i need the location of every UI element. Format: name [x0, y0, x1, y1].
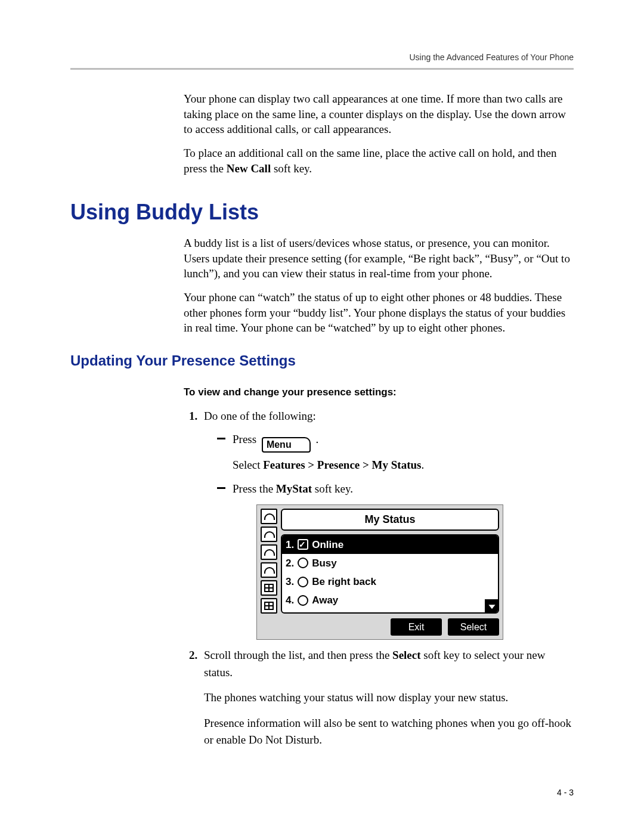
header-rule [70, 68, 574, 70]
status-num: 4. [286, 592, 294, 608]
step1b-bold: MyStat [276, 482, 312, 495]
phone-screen-illustration: My Status 1. Online 2. [256, 504, 503, 640]
status-list: 1. Online 2. Busy [281, 534, 499, 614]
step1a-pre: Press [233, 433, 259, 445]
status-item-online: 1. Online [282, 535, 498, 554]
intro-p2-post: soft key. [271, 162, 312, 175]
radio-icon [298, 595, 308, 606]
status-num: 3. [286, 574, 294, 590]
line-icon [261, 598, 277, 614]
intro-p2-bold: New Call [227, 162, 271, 175]
step1-lead: Do one of the following: [204, 410, 316, 422]
intro-p2: To place an additional call on the same … [184, 145, 574, 176]
softkey-select: Select [448, 618, 499, 636]
section-p1: A buddy list is a list of users/devices … [184, 236, 574, 281]
screen-title: My Status [281, 509, 499, 531]
step2-p3: Presence information will also be sent t… [204, 715, 574, 749]
line-icon [261, 509, 277, 524]
status-label: Away [312, 592, 338, 608]
menu-key-icon: Menu [262, 437, 311, 453]
scroll-down-icon [485, 599, 499, 614]
page-number: 4 - 3 [557, 788, 574, 797]
step2-p1-pre: Scroll through the list, and then press … [204, 649, 392, 661]
softkey-exit: Exit [391, 618, 442, 636]
checkbox-icon [298, 539, 308, 550]
status-label: Busy [312, 555, 337, 571]
task-title: To view and change your presence setting… [184, 386, 574, 400]
subsection-heading: Updating Your Presence Settings [70, 352, 574, 369]
radio-icon [298, 577, 308, 587]
line-icon [261, 544, 277, 560]
step-1: Do one of the following: Press Menu . Se… [200, 408, 574, 640]
line-icon [261, 527, 277, 542]
line-key-icons [261, 509, 277, 614]
step1b-post: soft key. [312, 482, 353, 495]
status-label: Be right back [312, 574, 376, 590]
radio-icon [298, 558, 308, 568]
step2-p2: The phones watching your status will now… [204, 689, 574, 707]
step1a-select-post: . [421, 459, 424, 471]
status-item-busy: 2. Busy [282, 554, 498, 572]
intro-p1: Your phone can display two call appearan… [184, 91, 574, 137]
status-label: Online [312, 537, 343, 553]
step1b-pre: Press the [233, 482, 276, 495]
status-item-away: 4. Away [282, 591, 498, 609]
line-icon [261, 562, 277, 578]
status-num: 2. [286, 555, 294, 571]
section-heading: Using Buddy Lists [70, 200, 574, 225]
step1-opt-b: Press the MyStat soft key. [217, 480, 574, 640]
status-item-brb: 3. Be right back [282, 572, 498, 591]
line-icon [261, 580, 277, 596]
step1a-post: . [315, 433, 318, 445]
section-p2: Your phone can “watch” the status of up … [184, 290, 574, 336]
step2-p1-bold: Select [392, 649, 420, 661]
step1-opt-a: Press Menu . Select Features > Presence … [217, 431, 574, 474]
step1a-select-pre: Select [233, 459, 263, 471]
step-2: Scroll through the list, and then press … [200, 647, 574, 749]
status-num: 1. [286, 537, 294, 553]
step1a-select-bold: Features > Presence > My Status [263, 459, 421, 471]
running-header: Using the Advanced Features of Your Phon… [70, 52, 574, 62]
